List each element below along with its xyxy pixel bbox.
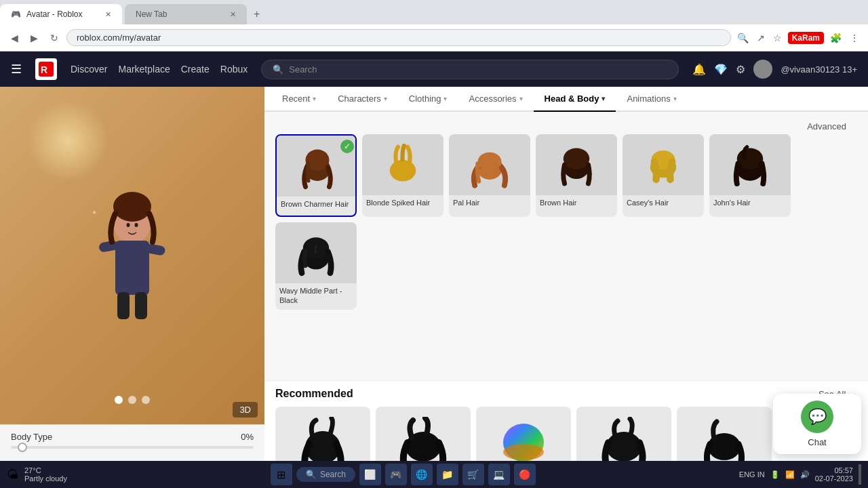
nav-links: Discover Marketplace Create Robux (71, 64, 248, 75)
taskbar-app4[interactable]: 🔴 (514, 464, 536, 485)
item-brown-charmer[interactable]: ✓ Brown Charmer Hair (275, 134, 357, 217)
nav-robux[interactable]: Robux (220, 64, 248, 75)
taskbar-right: ENG IN 🔋 📶 🔊 05:57 02-07-2023 (739, 464, 861, 485)
taskbar-app1[interactable]: 📁 (437, 464, 458, 485)
avatar-mini (753, 60, 772, 79)
body-type-row: Body Type 0% (11, 432, 254, 442)
body-type-section: Body Type 0% (0, 424, 264, 455)
dot-1[interactable] (115, 396, 123, 404)
tab-clothing[interactable]: Clothing ▾ (398, 87, 458, 112)
taskbar-datetime: 05:57 02-07-2023 (815, 466, 853, 483)
tab-recent[interactable]: Recent ▾ (271, 87, 327, 112)
tab-close-1[interactable]: ✕ (105, 10, 111, 19)
left-panel: ✦ ✦ 3D Body Type 0% (0, 87, 264, 488)
task-view-btn[interactable]: ⬜ (359, 464, 381, 485)
search-placeholder: Search (289, 64, 317, 75)
chat-label: Chat (808, 437, 826, 447)
back-button[interactable]: ◀ (7, 30, 22, 46)
hamburger-menu[interactable]: ☰ (11, 62, 22, 77)
advanced-button[interactable]: Advanced (807, 121, 846, 131)
taskbar-search[interactable]: 🔍 Search (296, 467, 355, 482)
svg-point-31 (606, 432, 642, 462)
tab-avatar-roblox[interactable]: 🎮 Avatar - Roblox ✕ (0, 4, 122, 24)
tab-close-2[interactable]: ✕ (230, 10, 236, 19)
bookmark-icon[interactable]: ☆ (771, 30, 784, 45)
item-brown-hair[interactable]: Brown Hair (536, 134, 617, 217)
username-label: @vivaan30123 13+ (781, 64, 857, 75)
item-img-2 (362, 134, 443, 195)
search-nav-icon[interactable]: 🔍 (735, 30, 751, 45)
tab-characters-label: Characters (338, 94, 381, 104)
tab-clothing-arrow: ▾ (443, 95, 447, 102)
taskbar-app3[interactable]: 💻 (488, 464, 510, 485)
roblox-header: ☰ R Discover Marketplace Create Robux 🔍 … (0, 52, 868, 87)
item-johns-hair[interactable]: John's Hair (709, 134, 791, 217)
tab-anim-arrow: ▾ (673, 95, 677, 102)
nav-marketplace[interactable]: Marketplace (118, 64, 170, 75)
nav-discover[interactable]: Discover (71, 64, 107, 75)
advanced-row: Advanced (275, 119, 857, 134)
taskbar-app4-icon: 🔴 (519, 469, 530, 480)
item-name-1: Brown Charmer Hair (277, 197, 355, 216)
dot-2[interactable] (128, 396, 136, 404)
roblox-logo: R (35, 58, 57, 80)
svg-rect-6 (117, 292, 130, 319)
item-wavy-middle[interactable]: Wavy Middle Part - Black (275, 222, 357, 310)
url-text: roblox.com/my/avatar (77, 33, 161, 43)
taskbar-lang: ENG IN (739, 470, 765, 479)
settings-icon[interactable]: ⋮ (848, 30, 861, 45)
nav-create[interactable]: Create (181, 64, 210, 75)
item-pal-hair[interactable]: Pal Hair (449, 134, 530, 217)
tab-hb-arrow: ▾ (601, 95, 605, 102)
tab-animations[interactable]: Animations ▾ (616, 87, 687, 112)
tab-label: Avatar - Roblox (26, 9, 82, 19)
show-desktop-btn[interactable] (859, 464, 861, 485)
refresh-button[interactable]: ↻ (46, 30, 62, 46)
browser-chrome: 🎮 Avatar - Roblox ✕ New Tab ✕ + ◀ ▶ ↻ ro… (0, 0, 868, 52)
body-type-slider[interactable] (11, 446, 254, 449)
item-blonde-spiked[interactable]: Blonde Spiked Hair (362, 134, 443, 217)
tab-animations-label: Animations (627, 94, 670, 104)
new-tab-button[interactable]: + (247, 8, 267, 20)
forward-button[interactable]: ▶ (26, 30, 42, 46)
tab-accessories[interactable]: Accessories ▾ (458, 87, 533, 112)
taskbar-search-icon: 🔍 (306, 470, 316, 479)
taskbar-app2[interactable]: 🛒 (462, 464, 484, 485)
items-grid: ✓ Brown Charmer Hair (275, 134, 857, 310)
recommended-header: Recommended See All → (275, 388, 857, 400)
svg-point-24 (737, 148, 764, 170)
avatar-preview: ✦ ✦ 3D (0, 87, 264, 424)
weather-icon: 🌤 (7, 468, 19, 482)
item-name-5: Casey's Hair (623, 195, 704, 214)
weather-desc: Partly cloudy (24, 474, 67, 483)
taskbar-roblox[interactable]: 🎮 (385, 464, 407, 485)
share-icon[interactable]: ↗ (755, 30, 767, 45)
notification-icon[interactable]: 🔔 (692, 63, 706, 76)
header-search-bar[interactable]: 🔍 Search (261, 60, 679, 79)
item-img-7 (275, 222, 357, 283)
svg-point-16 (392, 161, 414, 180)
taskbar-chrome[interactable]: 🌐 (411, 464, 433, 485)
taskbar-app2-icon: 🛒 (467, 469, 479, 480)
tab-characters[interactable]: Characters ▾ (327, 87, 398, 112)
start-button[interactable]: ⊞ (271, 464, 292, 485)
gear-icon[interactable]: ⚙ (736, 63, 745, 76)
tab-recent-label: Recent (282, 94, 310, 104)
robux-icon[interactable]: 💎 (714, 63, 728, 76)
dot-3[interactable] (142, 396, 150, 404)
tab-label-2: New Tab (136, 9, 167, 19)
chat-popup[interactable]: 💬 Chat (773, 394, 861, 454)
taskbar-chrome-icon: 🌐 (416, 469, 427, 480)
tab-new-tab[interactable]: New Tab ✕ (125, 4, 247, 24)
task-view-icon: ⬜ (364, 469, 376, 480)
btn-3d[interactable]: 3D (233, 402, 258, 418)
tab-accessories-label: Accessories (469, 94, 516, 104)
extensions-icon[interactable]: 🧩 (828, 30, 844, 45)
item-caseys-hair[interactable]: Casey's Hair (623, 134, 704, 217)
tab-head-body[interactable]: Head & Body ▾ (534, 87, 616, 112)
avatar-dots (115, 396, 150, 404)
items-area: Advanced ✓ (264, 112, 868, 380)
taskbar-roblox-icon: 🎮 (390, 469, 401, 480)
url-bar[interactable]: roblox.com/my/avatar (66, 29, 731, 46)
recommended-title: Recommended (275, 388, 353, 400)
